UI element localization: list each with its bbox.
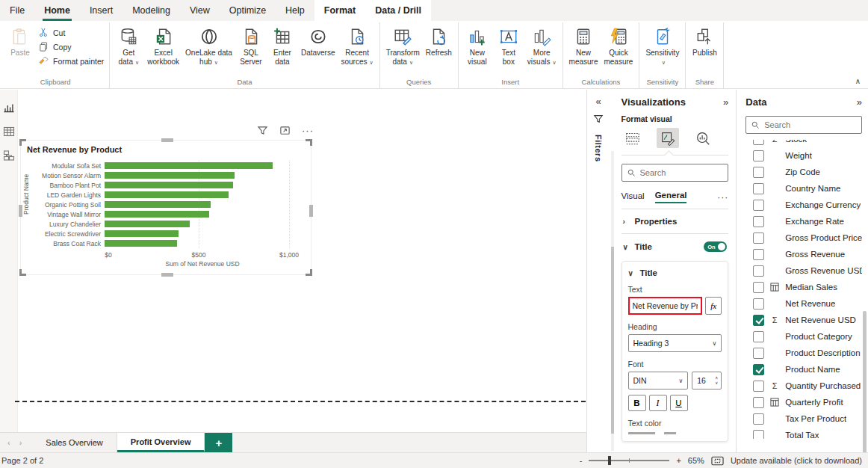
new-measure-button[interactable]: Newmeasure bbox=[566, 22, 601, 68]
cut-button[interactable]: Cut bbox=[36, 26, 106, 39]
checkbox[interactable] bbox=[753, 183, 764, 194]
checkbox[interactable] bbox=[753, 381, 764, 392]
resize-handle-right[interactable] bbox=[309, 205, 313, 217]
checkbox[interactable] bbox=[753, 348, 764, 359]
data-pane-scrollbar[interactable] bbox=[863, 311, 867, 452]
section-properties[interactable]: › Properties bbox=[621, 209, 729, 233]
update-available-link[interactable]: Update available (click to download) bbox=[731, 456, 862, 465]
menu-item-insert[interactable]: Insert bbox=[80, 0, 123, 21]
field-row-total-tax[interactable]: Total Tax bbox=[753, 427, 862, 439]
section-title[interactable]: ∨ Title On bbox=[621, 233, 729, 259]
field-row-product-category[interactable]: Product Category bbox=[753, 328, 862, 345]
color-swatch[interactable] bbox=[628, 432, 655, 434]
field-row-country-name[interactable]: Country Name bbox=[753, 180, 862, 197]
table-view-icon[interactable] bbox=[3, 126, 15, 138]
field-row-median-sales[interactable]: Median Sales bbox=[753, 279, 862, 295]
focus-mode-icon[interactable] bbox=[279, 125, 291, 136]
text-color-picker[interactable] bbox=[628, 432, 722, 434]
menu-item-optimize[interactable]: Optimize bbox=[220, 0, 276, 21]
onelake-data-hub-button[interactable]: OneLake datahub∨ bbox=[182, 22, 235, 68]
checkbox[interactable] bbox=[753, 249, 764, 260]
resize-handle-bottom[interactable] bbox=[161, 273, 173, 277]
menu-item-format[interactable]: Format bbox=[314, 0, 365, 21]
tab-general[interactable]: General bbox=[655, 191, 687, 203]
expand-data-pane-icon[interactable]: » bbox=[857, 97, 862, 107]
fit-to-page-icon[interactable] bbox=[711, 456, 724, 466]
italic-button[interactable]: I bbox=[649, 395, 667, 411]
field-row-quarterly-profit[interactable]: Quarterly Profit bbox=[753, 394, 862, 410]
more-options-icon[interactable]: ··· bbox=[302, 125, 314, 136]
dataverse-button[interactable]: Dataverse bbox=[298, 22, 338, 59]
tab-visual[interactable]: Visual bbox=[621, 191, 645, 203]
font-family-select[interactable]: DIN ∨ bbox=[628, 372, 689, 390]
checkbox[interactable] bbox=[753, 430, 764, 440]
excel-workbook-button[interactable]: Excelworkbook bbox=[144, 22, 182, 68]
field-row-exchange-rate[interactable]: Exchange Rate bbox=[753, 213, 862, 230]
zoom-out-button[interactable]: - bbox=[580, 456, 583, 465]
refresh-button[interactable]: Refresh bbox=[423, 22, 455, 59]
bar-bamboo-plant-pot[interactable] bbox=[105, 182, 233, 188]
quick-measure-button[interactable]: Quickmeasure bbox=[601, 22, 636, 68]
checkbox[interactable] bbox=[753, 200, 764, 211]
add-page-button[interactable]: + bbox=[205, 433, 232, 452]
data-search-input[interactable] bbox=[764, 120, 857, 129]
field-row-zip-code[interactable]: Zip Code bbox=[753, 164, 862, 180]
collapse-filters-icon[interactable]: « bbox=[595, 96, 601, 106]
title-toggle[interactable]: On bbox=[704, 241, 727, 252]
tab-profit-overview[interactable]: Profit Overview bbox=[117, 433, 205, 452]
bar-luxury-chandelier[interactable] bbox=[105, 221, 190, 227]
get-data-button[interactable]: Getdata∨ bbox=[113, 22, 144, 68]
analytics-icon[interactable] bbox=[692, 128, 714, 148]
filters-label[interactable]: Filters bbox=[594, 135, 603, 162]
bar-motion-sensor-alarm[interactable] bbox=[105, 172, 235, 179]
stepper-up-icon[interactable]: ∧ bbox=[715, 375, 718, 381]
transform-data-button[interactable]: Transformdata∨ bbox=[383, 22, 423, 68]
enter-data-button[interactable]: Enterdata bbox=[267, 22, 298, 68]
collapse-ribbon-icon[interactable]: ∧ bbox=[855, 77, 861, 85]
stepper-down-icon[interactable]: ∨ bbox=[715, 381, 718, 386]
checkbox[interactable] bbox=[753, 216, 764, 227]
report-view-icon[interactable] bbox=[3, 102, 15, 114]
resize-handle-bottomleft[interactable] bbox=[19, 269, 26, 276]
field-row-tax-per-product[interactable]: Tax Per Product bbox=[753, 410, 862, 427]
page-nav-back-icon[interactable]: ‹ bbox=[7, 438, 10, 447]
zoom-slider[interactable] bbox=[589, 460, 669, 461]
field-row-exchange-currency[interactable]: Exchange Currency bbox=[753, 197, 862, 213]
paste-button[interactable]: Paste bbox=[4, 22, 36, 59]
checkbox[interactable] bbox=[753, 397, 764, 408]
checkbox[interactable] bbox=[753, 265, 764, 277]
tab-sales-overview[interactable]: Sales Overview bbox=[32, 433, 117, 452]
field-row-quantity-purchased[interactable]: ΣQuantity Purchased bbox=[753, 378, 862, 394]
text-box-button[interactable]: Textbox bbox=[493, 22, 524, 68]
report-canvas[interactable]: ··· Net Revenue by Product Product Name bbox=[18, 90, 586, 432]
menu-item-help[interactable]: Help bbox=[276, 0, 314, 21]
format-visual-icon[interactable] bbox=[657, 128, 679, 148]
field-row-product-name[interactable]: Product Name bbox=[753, 361, 862, 378]
checkbox-checked[interactable] bbox=[753, 315, 764, 326]
build-visual-icon[interactable] bbox=[621, 128, 644, 148]
publish-button[interactable]: Publish bbox=[689, 22, 720, 59]
font-size-stepper[interactable]: 16 ∧ ∨ bbox=[692, 372, 722, 390]
bar-brass-coat-rack[interactable] bbox=[105, 240, 177, 247]
checkbox[interactable] bbox=[753, 413, 764, 425]
bar-led-garden-lights[interactable] bbox=[105, 191, 229, 198]
underline-button[interactable]: U bbox=[670, 395, 688, 411]
chevron-down-icon[interactable]: ∨ bbox=[628, 269, 635, 277]
field-row-weight[interactable]: Weight bbox=[753, 147, 862, 164]
checkbox[interactable] bbox=[753, 233, 764, 244]
sql-server-button[interactable]: SQLServer bbox=[235, 22, 267, 68]
format-painter-button[interactable]: Format painter bbox=[36, 55, 106, 67]
data-search-box[interactable] bbox=[745, 116, 862, 134]
resize-handle-bottomright[interactable] bbox=[306, 269, 312, 276]
viz-search-box[interactable] bbox=[621, 164, 729, 182]
bar-organic-potting-soil[interactable] bbox=[105, 201, 211, 208]
filter-funnel-icon[interactable] bbox=[257, 125, 268, 136]
zoom-slider-thumb[interactable] bbox=[608, 456, 611, 465]
sensitivity-button[interactable]: Sensitivity∨ bbox=[642, 22, 682, 68]
resize-handle-top[interactable] bbox=[161, 138, 173, 142]
zoom-in-button[interactable]: + bbox=[676, 456, 681, 465]
field-row-product-description[interactable]: Product Description bbox=[753, 345, 862, 361]
menu-item-data-drill[interactable]: Data / Drill bbox=[365, 0, 431, 21]
field-row-net-revenue-usd[interactable]: ΣNet Revenue USD bbox=[753, 312, 862, 328]
scrollbar-thumb[interactable] bbox=[611, 247, 614, 434]
